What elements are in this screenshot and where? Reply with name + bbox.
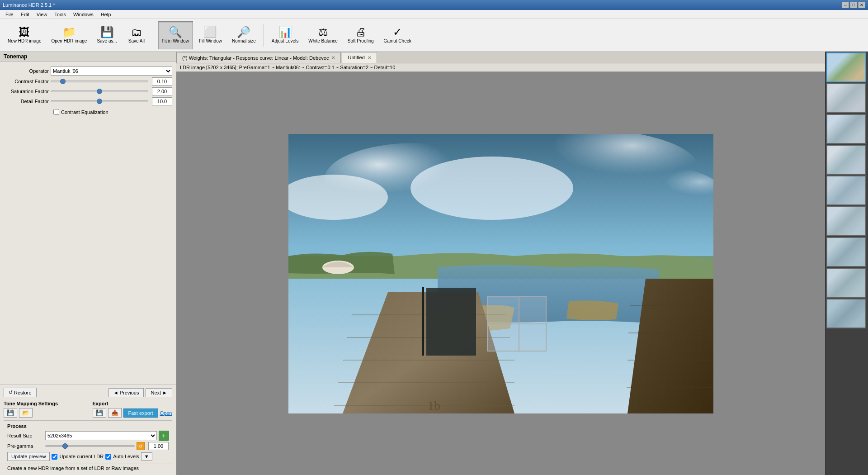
soft-proofing-icon: 🖨 (355, 27, 366, 38)
gamut-check-button[interactable]: ✓ Gamut Check (380, 21, 415, 49)
result-size-select[interactable]: 5202x3465 (45, 431, 157, 440)
restore-button[interactable]: ↺ Restore (4, 388, 37, 397)
normal-size-button[interactable]: 🔎 Normal size (228, 21, 260, 49)
operator-row: Operator Mantiuk '06 Mantiuk '08 Fattal … (4, 66, 172, 76)
nav-button-row: ↺ Restore ◄ Previous Next ► (4, 388, 172, 397)
title-bar: Luminance HDR 2.5.1 * ─ □ ✕ (0, 0, 868, 10)
menu-help[interactable]: Help (97, 11, 115, 18)
tab-untitled[interactable]: Untitled ✕ (342, 52, 377, 63)
operator-select[interactable]: Mantiuk '06 Mantiuk '08 Fattal Drago Dur… (51, 66, 172, 76)
next-button[interactable]: Next ► (146, 388, 172, 397)
center-content: (*) Weights: Triangular - Response curve… (176, 52, 825, 475)
detail-factor-value[interactable] (152, 97, 172, 105)
soft-proofing-label: Soft Proofing (348, 38, 374, 43)
open-hdr-icon: 📁 (62, 27, 76, 38)
previous-button[interactable]: ◄ Previous (108, 388, 144, 397)
pregamma-value[interactable] (148, 442, 169, 450)
gamut-check-icon: ✓ (393, 27, 402, 38)
fit-window-label: Fit in Window (162, 38, 189, 43)
update-preview-label: Update preview (11, 454, 46, 459)
saturation-factor-slider-container (51, 90, 148, 92)
saturation-factor-slider[interactable] (51, 90, 148, 92)
saturation-factor-row: Saturation Factor (4, 87, 172, 95)
fill-window-button[interactable]: ⬜ Fill Window (195, 21, 226, 49)
tab-untitled-close-icon[interactable]: ✕ (368, 55, 371, 60)
thumbnail-6[interactable] (826, 206, 866, 236)
thumbnail-4[interactable] (826, 145, 866, 175)
thumbnail-9[interactable] (826, 299, 866, 328)
thumbnail-7[interactable] (826, 237, 866, 267)
restore-icon: ↺ (9, 390, 13, 395)
gamut-check-label: Gamut Check (384, 38, 411, 43)
tab-weights[interactable]: (*) Weights: Triangular - Response curve… (176, 52, 341, 63)
white-balance-button[interactable]: ⚖ White Balance (304, 21, 341, 49)
toolbar-separator-1 (154, 24, 154, 47)
thumbnail-2[interactable] (826, 83, 866, 113)
thumbnail-8[interactable] (826, 268, 866, 298)
white-balance-icon: ⚖ (318, 27, 328, 38)
saturation-factor-value[interactable] (152, 87, 172, 95)
contrast-equalization-checkbox[interactable] (53, 109, 59, 115)
contrast-factor-slider[interactable] (51, 81, 148, 82)
status-text: Create a new HDR image from a set of LDR… (7, 466, 139, 471)
auto-levels-label: Auto Levels (113, 454, 139, 459)
pregamma-label: Pre-gamma (7, 443, 43, 449)
panel-spacer (0, 119, 176, 385)
export-save-button[interactable]: 💾 (93, 408, 106, 418)
maximize-button[interactable]: □ (850, 2, 857, 8)
settings-load-button[interactable]: 📂 (19, 408, 33, 418)
fit-window-button[interactable]: 🔍 Fit in Window (158, 21, 193, 49)
settings-export-section: Tone Mapping Settings 💾 📂 Export 💾 📤 Fas… (4, 401, 172, 418)
update-ldr-label: Update current LDR (59, 454, 104, 459)
pregamma-row: Pre-gamma ↺ (7, 442, 169, 450)
close-button[interactable]: ✕ (858, 2, 865, 8)
menu-file[interactable]: File (2, 11, 17, 18)
settings-save-button[interactable]: 💾 (4, 408, 17, 418)
fill-window-label: Fill Window (199, 38, 222, 43)
menu-windows[interactable]: Windows (70, 11, 97, 18)
restore-label: Restore (14, 390, 32, 395)
thumbnail-1[interactable] (826, 52, 866, 82)
open-hdr-button[interactable]: 📁 Open HDR image (47, 21, 91, 49)
window-controls: ─ □ ✕ (842, 2, 865, 8)
main-layout: Tonemap Operator Mantiuk '06 Mantiuk '08… (0, 52, 868, 475)
left-panel: Tonemap Operator Mantiuk '06 Mantiuk '08… (0, 52, 176, 475)
update-preview-button[interactable]: Update preview (7, 452, 50, 461)
update-ldr-checkbox[interactable] (52, 454, 57, 460)
app-title: Luminance HDR 2.5.1 * (3, 2, 55, 8)
pregamma-reset-button[interactable]: ↺ (137, 442, 145, 450)
detail-factor-slider[interactable] (51, 100, 148, 102)
new-hdr-icon: 🖼 (19, 27, 30, 38)
soft-proofing-button[interactable]: 🖨 Soft Proofing (344, 21, 378, 49)
adjust-levels-button[interactable]: 📊 Adjust Levels (268, 21, 302, 49)
thumbnail-3[interactable] (826, 114, 866, 144)
pregamma-slider[interactable] (45, 445, 135, 447)
fast-export-label: Fast export (128, 410, 153, 416)
save-as-icon: 💾 (100, 27, 114, 38)
menu-edit[interactable]: Edit (17, 11, 33, 18)
tab-weights-close-icon[interactable]: ✕ (331, 55, 335, 60)
tab-weights-label: (*) Weights: Triangular - Response curve… (182, 55, 329, 61)
fast-export-button[interactable]: Fast export (123, 408, 158, 418)
save-as-button[interactable]: 💾 Save as... (93, 21, 121, 49)
export-open-button[interactable]: 📤 (108, 408, 122, 418)
open-link[interactable]: Open (160, 410, 172, 416)
export-title: Export (93, 401, 173, 406)
thumbnail-5[interactable] (826, 176, 866, 205)
settings-buttons: 💾 📂 (4, 408, 84, 418)
new-hdr-button[interactable]: 🖼 New HDR image (4, 21, 45, 49)
menu-view[interactable]: View (33, 11, 51, 18)
export-buttons: 💾 📤 Fast export Open (93, 408, 173, 418)
contrast-factor-slider-container (51, 81, 148, 82)
save-all-button[interactable]: 🗂 Save All (123, 21, 150, 49)
settings-title: Tone Mapping Settings (4, 401, 84, 406)
svg-rect-16 (426, 288, 476, 356)
menu-tools[interactable]: Tools (51, 11, 70, 18)
result-size-confirm-button[interactable]: + (159, 431, 169, 441)
image-viewport[interactable]: 1b (176, 72, 825, 475)
auto-levels-checkbox[interactable] (105, 454, 111, 460)
auto-levels-dropdown-button[interactable]: ▼ (141, 452, 152, 461)
contrast-factor-value[interactable] (152, 77, 172, 86)
contrast-equalization-label: Contrast Equalization (61, 109, 108, 115)
minimize-button[interactable]: ─ (842, 2, 849, 8)
